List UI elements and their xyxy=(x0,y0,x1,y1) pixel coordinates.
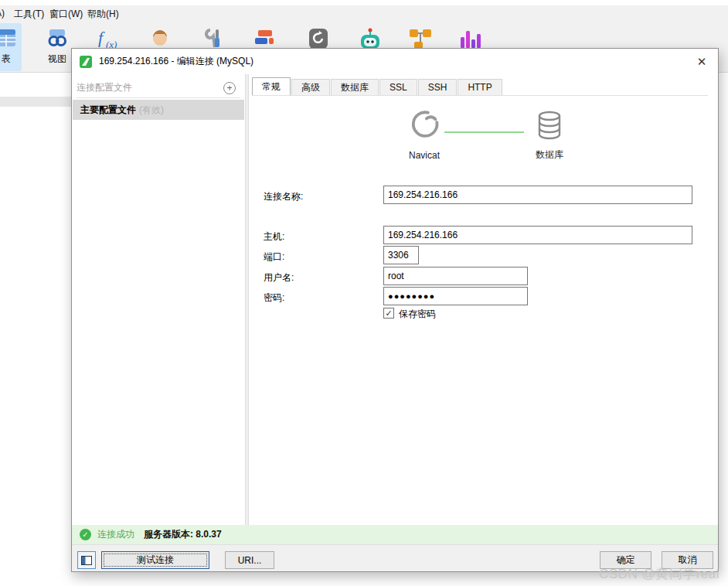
toolbar-button-view[interactable]: 视图 xyxy=(40,23,74,71)
port-input[interactable] xyxy=(383,246,419,264)
menu-bar: A) 工具(T) 窗口(W) 帮助(H) xyxy=(0,5,728,22)
settings-tabs: 常规 高级 数据库 SSL SSH HTTP xyxy=(252,77,503,96)
profile-name: 主要配置文件 xyxy=(80,104,136,117)
navicat-label: Navicat xyxy=(395,150,454,161)
navicat-mysql-icon xyxy=(80,56,92,68)
connection-status-bar: ✓ 连接成功 服务器版本: 8.0.37 xyxy=(72,525,718,544)
toolbar-label-view: 视图 xyxy=(40,53,74,66)
tab-advanced[interactable]: 高级 xyxy=(291,79,330,96)
save-password-checkbox[interactable]: ✓ xyxy=(383,308,394,319)
panel-icon xyxy=(81,557,92,567)
navicat-hero: Navicat xyxy=(395,107,454,161)
connection-name-input[interactable] xyxy=(383,186,692,204)
server-version-text: 服务器版本: 8.0.37 xyxy=(144,528,222,541)
password-label: 密码: xyxy=(264,291,284,305)
save-password-label: 保存密码 xyxy=(399,308,436,321)
tab-baseline xyxy=(252,95,708,96)
menu-item-partial[interactable]: A) xyxy=(0,8,5,19)
toolbar-label-table: 表 xyxy=(0,53,22,66)
svg-text:f: f xyxy=(98,28,105,47)
connection-profiles-panel: 连接配置文件 + 主要配置文件 (有效) xyxy=(72,74,245,525)
host-label: 主机: xyxy=(264,230,284,244)
watermark: CSDN @黄同学real xyxy=(599,565,719,583)
add-profile-icon[interactable]: + xyxy=(223,82,236,94)
table-icon xyxy=(0,28,16,51)
profile-row-main[interactable]: 主要配置文件 (有效) xyxy=(73,100,244,120)
view-icon xyxy=(47,28,67,51)
application-window: A) 工具(T) 窗口(W) 帮助(H) 表 视图 f(x) xyxy=(0,0,728,586)
menu-item-help[interactable]: 帮助(H) xyxy=(87,8,119,21)
sidebar-toggle-button[interactable] xyxy=(77,551,96,569)
toolbar-button-table[interactable]: 表 xyxy=(0,23,22,71)
dialog-title: 169.254.216.166 - 编辑连接 (MySQL) xyxy=(99,55,253,68)
username-input[interactable] xyxy=(383,267,528,285)
username-label: 用户名: xyxy=(264,271,294,284)
navicat-logo-icon xyxy=(407,135,442,145)
edit-connection-dialog: 169.254.216.166 - 编辑连接 (MySQL) ✕ 连接配置文件 … xyxy=(71,48,719,572)
panel-divider[interactable] xyxy=(245,74,249,525)
database-icon xyxy=(537,133,562,144)
tab-general[interactable]: 常规 xyxy=(252,77,291,96)
tab-databases[interactable]: 数据库 xyxy=(331,79,379,96)
database-hero: 数据库 xyxy=(509,111,590,162)
navigation-pane-strip xyxy=(0,97,71,107)
profiles-header: 连接配置文件 + xyxy=(77,78,240,98)
tab-http[interactable]: HTTP xyxy=(458,79,502,96)
close-icon[interactable]: ✕ xyxy=(691,52,713,72)
dialog-titlebar[interactable]: 169.254.216.166 - 编辑连接 (MySQL) ✕ xyxy=(72,49,718,74)
profile-status: (有效) xyxy=(139,104,164,117)
profiles-header-label: 连接配置文件 xyxy=(77,81,132,94)
connection-name-label: 连接名称: xyxy=(264,190,303,203)
database-label: 数据库 xyxy=(509,148,590,162)
host-input[interactable] xyxy=(383,226,692,244)
status-text: 连接成功 xyxy=(97,528,134,541)
tab-ssl[interactable]: SSL xyxy=(379,79,417,96)
test-connection-button[interactable]: 测试连接 xyxy=(101,551,209,569)
password-input[interactable] xyxy=(383,287,528,305)
port-label: 端口: xyxy=(264,250,284,264)
menu-item-tools[interactable]: 工具(T) xyxy=(14,8,44,21)
menu-item-window[interactable]: 窗口(W) xyxy=(49,8,83,21)
tab-ssh[interactable]: SSH xyxy=(418,79,458,96)
uri-button[interactable]: URI... xyxy=(225,551,274,569)
success-check-icon: ✓ xyxy=(80,529,91,540)
